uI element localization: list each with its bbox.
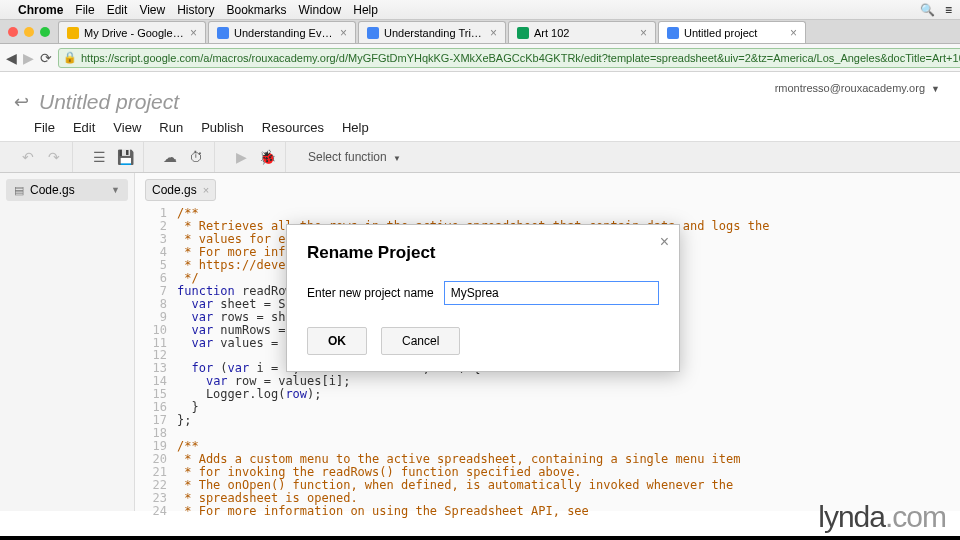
line-number: 8 <box>135 298 177 311</box>
line-number: 1 <box>135 207 177 220</box>
favicon-icon <box>367 27 379 39</box>
run-button[interactable]: ▶ <box>231 147 251 167</box>
code-line[interactable]: 15 Logger.log(row); <box>135 388 960 401</box>
editor-toolbar: ↶ ↷ ☰ 💾 ☁ ⏱ ▶ 🐞 Select function ▼ <box>0 141 960 173</box>
select-function-dropdown[interactable]: Select function ▼ <box>302 150 407 164</box>
line-number: 9 <box>135 311 177 324</box>
tab-close-icon[interactable]: × <box>640 26 647 40</box>
menu-extra-icon[interactable]: ≡ <box>945 3 952 17</box>
line-number: 7 <box>135 285 177 298</box>
debug-button[interactable]: 🐞 <box>257 147 277 167</box>
zoom-window-icon[interactable] <box>40 27 50 37</box>
undo-button[interactable]: ↶ <box>18 147 38 167</box>
reload-button[interactable]: ⟳ <box>40 48 52 68</box>
minimize-window-icon[interactable] <box>24 27 34 37</box>
mac-menu-help[interactable]: Help <box>353 3 378 17</box>
dialog-field-label: Enter new project name <box>307 286 434 300</box>
mac-menu-file[interactable]: File <box>75 3 94 17</box>
save-button[interactable]: 💾 <box>115 147 135 167</box>
menu-edit[interactable]: Edit <box>73 120 95 135</box>
browser-tab[interactable]: Understanding Events - G… × <box>208 21 356 43</box>
editor-menubar: File Edit View Run Publish Resources Hel… <box>0 118 960 141</box>
tab-title: Art 102 <box>534 27 635 39</box>
favicon-icon <box>217 27 229 39</box>
project-header: ↩ Untitled project <box>0 72 960 118</box>
redo-button[interactable]: ↷ <box>44 147 64 167</box>
watermark-brand: lynda <box>818 500 885 533</box>
mac-menu-bookmarks[interactable]: Bookmarks <box>227 3 287 17</box>
sidebar-file-label: Code.gs <box>30 183 75 197</box>
menu-file[interactable]: File <box>34 120 55 135</box>
back-button[interactable]: ◀ <box>6 48 17 68</box>
favicon-icon <box>667 27 679 39</box>
rename-project-dialog: × Rename Project Enter new project name … <box>286 224 680 372</box>
account-email-text: rmontresso@rouxacademy.org <box>775 82 925 94</box>
deploy-button[interactable]: ☁ <box>160 147 180 167</box>
line-source: }; <box>177 414 191 427</box>
line-number: 4 <box>135 246 177 259</box>
forward-button[interactable]: ▶ <box>23 48 34 68</box>
browser-tab[interactable]: Art 102 × <box>508 21 656 43</box>
window-controls[interactable] <box>4 27 58 43</box>
menu-help[interactable]: Help <box>342 120 369 135</box>
tab-close-icon[interactable]: × <box>490 26 497 40</box>
line-source: * For more information on using the Spre… <box>177 505 589 518</box>
line-number: 5 <box>135 259 177 272</box>
chrome-tab-strip: My Drive - Google Drive × Understanding … <box>0 20 960 44</box>
tab-title: Untitled project <box>684 27 785 39</box>
project-name-input[interactable] <box>444 281 659 305</box>
tab-close-icon[interactable]: × <box>790 26 797 40</box>
line-number: 2 <box>135 220 177 233</box>
frame-border <box>0 536 960 540</box>
spotlight-icon[interactable]: 🔍 <box>920 3 935 17</box>
file-menu-caret-icon[interactable]: ▼ <box>111 185 120 195</box>
mac-menu-edit[interactable]: Edit <box>107 3 128 17</box>
chrome-app-name[interactable]: Chrome <box>18 3 63 17</box>
browser-tab[interactable]: Untitled project × <box>658 21 806 43</box>
back-to-drive-icon[interactable]: ↩ <box>14 91 29 113</box>
triggers-button[interactable]: ⏱ <box>186 147 206 167</box>
line-number: 3 <box>135 233 177 246</box>
account-email[interactable]: rmontresso@rouxacademy.org ▼ <box>775 82 940 94</box>
mac-menu-history[interactable]: History <box>177 3 214 17</box>
tab-close-icon[interactable]: × <box>190 26 197 40</box>
menu-view[interactable]: View <box>113 120 141 135</box>
dialog-close-icon[interactable]: × <box>660 233 669 251</box>
mac-menu-window[interactable]: Window <box>299 3 342 17</box>
code-line[interactable]: 16 } <box>135 401 960 414</box>
lock-icon: 🔒 <box>63 51 77 64</box>
browser-tab[interactable]: Understanding Triggers - … × <box>358 21 506 43</box>
file-sidebar: ▤ Code.gs ▼ <box>0 173 135 511</box>
address-bar[interactable]: 🔒 https://script.google.com/a/macros/rou… <box>58 48 960 68</box>
editor-file-tab-label: Code.gs <box>152 183 197 197</box>
menu-run[interactable]: Run <box>159 120 183 135</box>
account-caret-icon: ▼ <box>931 84 940 94</box>
close-window-icon[interactable] <box>8 27 18 37</box>
editor-file-tab[interactable]: Code.gs × <box>145 179 216 201</box>
dialog-title: Rename Project <box>307 243 659 263</box>
line-number: 24 <box>135 505 177 518</box>
dropdown-caret-icon: ▼ <box>393 154 401 163</box>
sidebar-file-item[interactable]: ▤ Code.gs ▼ <box>6 179 128 201</box>
favicon-icon <box>67 27 79 39</box>
project-title[interactable]: Untitled project <box>39 90 179 114</box>
close-tab-icon[interactable]: × <box>203 184 209 196</box>
watermark-suffix: .com <box>885 500 946 533</box>
ok-button[interactable]: OK <box>307 327 367 355</box>
code-line[interactable]: 17}; <box>135 414 960 427</box>
browser-tab[interactable]: My Drive - Google Drive × <box>58 21 206 43</box>
code-line[interactable]: 18 <box>135 427 960 440</box>
menu-publish[interactable]: Publish <box>201 120 244 135</box>
watermark: lynda.com <box>818 500 946 534</box>
mac-menu-view[interactable]: View <box>139 3 165 17</box>
mac-menubar: Chrome File Edit View History Bookmarks … <box>0 0 960 20</box>
indent-button[interactable]: ☰ <box>89 147 109 167</box>
select-function-label: Select function <box>308 150 387 164</box>
chrome-toolbar: ◀ ▶ ⟳ 🔒 https://script.google.com/a/macr… <box>0 44 960 72</box>
file-icon: ▤ <box>14 184 24 197</box>
favicon-icon <box>517 27 529 39</box>
tab-title: Understanding Events - G… <box>234 27 335 39</box>
menu-resources[interactable]: Resources <box>262 120 324 135</box>
tab-close-icon[interactable]: × <box>340 26 347 40</box>
cancel-button[interactable]: Cancel <box>381 327 460 355</box>
